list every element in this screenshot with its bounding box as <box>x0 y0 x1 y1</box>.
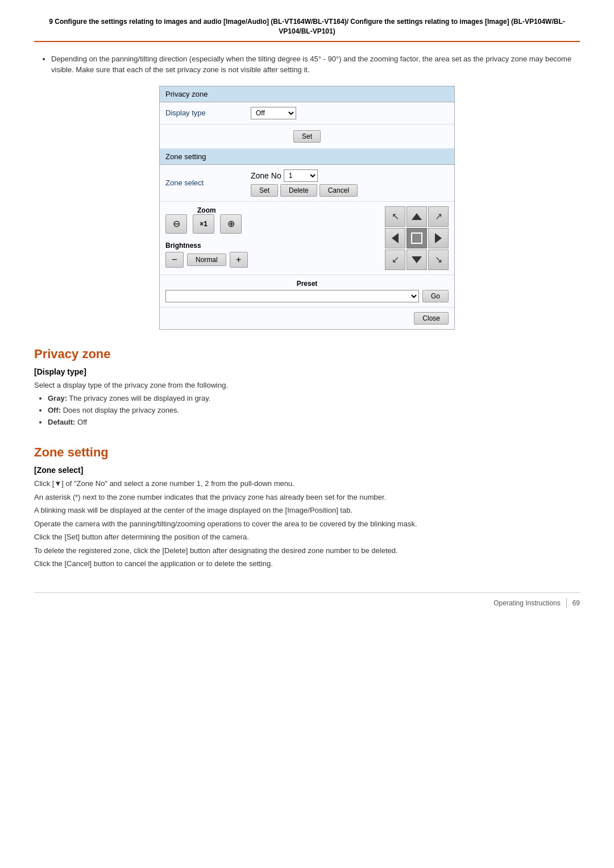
zone-delete-button[interactable]: Delete <box>280 184 317 197</box>
bullet-gray-text: The privacy zones will be displayed in g… <box>69 394 210 402</box>
privacy-zone-bullets: Gray: The privacy zones will be displaye… <box>34 393 580 428</box>
privacy-zone-heading: Privacy zone <box>34 347 580 362</box>
brightness-minus-button[interactable]: − <box>165 252 184 268</box>
zoom-minus-button[interactable]: ⊖ <box>165 214 187 234</box>
ptz-center-icon <box>411 232 422 244</box>
ptz-upleft-icon: ↖ <box>392 212 399 221</box>
display-type-control: Off Gray <box>251 107 449 119</box>
preset-go-button[interactable]: Go <box>422 290 449 302</box>
brightness-normal-display: Normal <box>187 254 226 266</box>
brightness-plus-button[interactable]: + <box>230 252 248 268</box>
brightness-minus-icon: − <box>172 255 177 265</box>
close-button[interactable]: Close <box>414 312 449 325</box>
display-type-row: Display type Off Gray <box>160 102 454 124</box>
privacy-set-button[interactable]: Set <box>293 130 321 143</box>
zone-btn-row: Set Delete Cancel <box>251 184 358 197</box>
zone-select-row: Zone select Zone No 1 2 Set Delete Cance… <box>160 165 454 202</box>
ptz-upright-icon: ↗ <box>435 212 442 221</box>
ptz-upleft-button[interactable]: ↖ <box>385 206 405 227</box>
footer-label: Operating Instructions <box>493 599 560 607</box>
zone-select-subsection-heading: [Zone select] <box>34 466 580 475</box>
ptz-upright-button[interactable]: ↗ <box>428 206 449 227</box>
bullet-default-label: Default: <box>48 418 75 426</box>
ui-panel: Privacy zone Display type Off Gray Set Z… <box>159 86 455 330</box>
zone-set-button[interactable]: Set <box>251 184 278 197</box>
zone-para-7: Click the [Cancel] button to cancel the … <box>34 558 580 570</box>
bullet-default-text: Off <box>77 418 87 426</box>
intro-bullet-item: Depending on the panning/tilting directi… <box>51 53 580 76</box>
bullet-off-text: Does not display the privacy zones. <box>63 406 180 414</box>
zone-para-3: A blinking mask will be displayed at the… <box>34 505 580 516</box>
privacy-zone-bullet-default: Default: Off <box>48 417 580 429</box>
ptz-up-button[interactable] <box>406 206 427 227</box>
zone-no-text: Zone No <box>251 171 281 180</box>
ptz-left-button[interactable] <box>385 228 405 248</box>
ptz-downleft-icon: ↙ <box>392 255 399 264</box>
footer-page: 69 <box>572 599 580 607</box>
zone-setting-paragraphs: Click [▼] of "Zone No" and select a zone… <box>34 478 580 570</box>
preset-select[interactable] <box>165 290 419 302</box>
zone-para-1: Click [▼] of "Zone No" and select a zone… <box>34 478 580 489</box>
camera-control-area: Zoom ⊖ ×1 ⊕ Brightness <box>160 202 454 275</box>
intro-section: Depending on the panning/tilting directi… <box>34 53 580 76</box>
bullet-gray-label: Gray: <box>48 394 67 402</box>
display-type-subsection-heading: [Display type] <box>34 367 580 376</box>
brightness-controls: − Normal + <box>165 252 248 268</box>
zoom-minus-icon: ⊖ <box>173 218 180 229</box>
zone-para-5: Click the [Set] button after determining… <box>34 531 580 543</box>
zone-no-row: Zone No 1 2 <box>251 169 358 182</box>
ptz-downright-icon: ↘ <box>435 255 442 264</box>
ptz-right-button[interactable] <box>428 228 449 248</box>
close-row: Close <box>160 308 454 329</box>
zone-para-4: Operate the camera with the panning/tilt… <box>34 518 580 530</box>
ptz-right-icon <box>435 233 442 243</box>
ptz-down-button[interactable] <box>406 250 427 270</box>
zone-para-6: To delete the registered zone, click the… <box>34 545 580 556</box>
zone-cancel-button[interactable]: Cancel <box>320 184 358 197</box>
ptz-center-button[interactable] <box>406 228 427 248</box>
zone-para-2: An asterisk (*) next to the zone number … <box>34 492 580 503</box>
zoom-controls: Zoom ⊖ ×1 ⊕ Brightness <box>165 206 248 268</box>
brightness-plus-icon: + <box>236 255 241 265</box>
zoom-plus-button[interactable]: ⊕ <box>220 214 242 234</box>
preset-label: Preset <box>165 280 449 288</box>
zone-select-label: Zone select <box>165 178 251 187</box>
zoom-row: ⊖ ×1 ⊕ <box>165 214 248 234</box>
zoom-x1-button[interactable]: ×1 <box>193 214 214 234</box>
set-button-row: Set <box>160 124 454 149</box>
page-header: 9 Configure the settings relating to ima… <box>34 17 580 42</box>
zone-no-select[interactable]: 1 2 <box>284 169 318 182</box>
display-type-select[interactable]: Off Gray <box>251 107 296 119</box>
privacy-zone-panel-header: Privacy zone <box>160 86 454 102</box>
footer-divider <box>566 599 567 608</box>
ptz-downright-button[interactable]: ↘ <box>428 250 449 270</box>
ptz-down-icon <box>412 256 422 263</box>
privacy-zone-bullet-off: Off: Does not display the privacy zones. <box>48 405 580 417</box>
ptz-downleft-button[interactable]: ↙ <box>385 250 405 270</box>
zone-select-controls: Zone No 1 2 Set Delete Cancel <box>251 169 358 197</box>
preset-area: Preset Go <box>160 275 454 308</box>
display-type-intro: Select a display type of the privacy zon… <box>34 380 580 391</box>
zoom-label: Zoom <box>165 206 248 214</box>
ptz-controls: ↖ ↗ <box>385 206 449 270</box>
ptz-grid: ↖ ↗ <box>385 206 449 270</box>
ptz-left-icon <box>392 233 399 243</box>
display-type-label: Display type <box>165 109 251 117</box>
zoom-plus-icon: ⊕ <box>227 218 235 229</box>
privacy-zone-bullet-gray: Gray: The privacy zones will be displaye… <box>48 393 580 405</box>
bullet-off-label: Off: <box>48 406 61 414</box>
zone-setting-heading: Zone setting <box>34 445 580 460</box>
brightness-label: Brightness <box>165 242 248 250</box>
ptz-up-icon <box>412 213 422 220</box>
preset-controls: Go <box>165 290 449 302</box>
zone-setting-panel-header: Zone setting <box>160 149 454 165</box>
page-footer: Operating Instructions 69 <box>34 592 580 608</box>
